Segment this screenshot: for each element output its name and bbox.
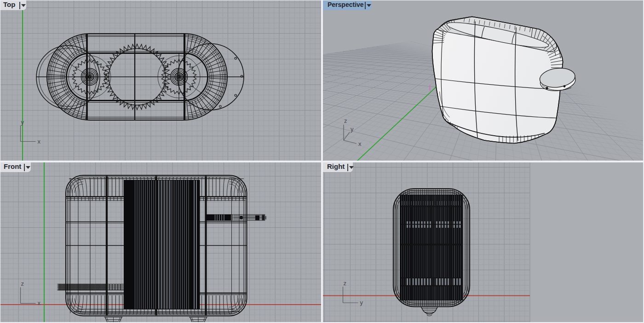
svg-text:z: z (344, 117, 347, 124)
svg-text:y: y (360, 299, 363, 306)
svg-text:x: x (38, 300, 41, 306)
svg-text:x: x (358, 140, 362, 147)
svg-text:z: z (344, 280, 347, 287)
svg-text:x: x (38, 138, 41, 145)
svg-text:y: y (21, 119, 24, 126)
svg-text:y: y (351, 126, 354, 133)
svg-text:z: z (21, 280, 24, 287)
